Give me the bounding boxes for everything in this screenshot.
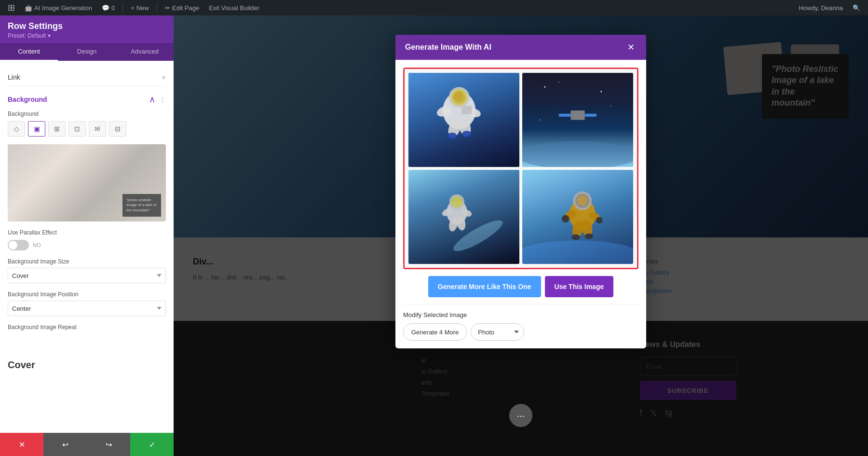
background-preview-image: "photo reslistic image of a lake in the … <box>8 144 166 221</box>
admin-bar-edit-page[interactable]: ✏ Edit Page <box>161 0 203 15</box>
admin-bar-exit-builder[interactable]: Exit Visual Builder <box>205 0 263 15</box>
save-icon: ✓ <box>149 440 155 449</box>
tab-advanced[interactable]: Advanced <box>116 43 174 61</box>
background-dots-icon[interactable]: ⋮ <box>159 96 166 103</box>
link-label: Link <box>8 73 20 81</box>
cancel-button[interactable]: ✕ <box>0 433 43 456</box>
tab-content[interactable]: Content <box>0 43 58 61</box>
svg-point-16 <box>544 86 545 88</box>
svg-point-29 <box>522 240 633 264</box>
ai-icon: 🤖 <box>25 4 32 12</box>
svg-point-19 <box>610 105 611 106</box>
parallax-section: Use Parallax Effect NO <box>8 229 166 250</box>
cancel-icon: ✕ <box>19 440 25 449</box>
image-cell-4[interactable] <box>522 170 633 264</box>
svg-point-41 <box>585 234 594 239</box>
background-preview[interactable]: "photo reslistic image of a lake in the … <box>8 144 166 221</box>
image-grid-wrapper <box>403 68 638 269</box>
use-image-button[interactable]: Use This Image <box>545 276 614 297</box>
modal-actions: Generate More Like This One Use This Ima… <box>403 276 638 297</box>
admin-bar: ⊞ 🤖 AI Image Generation 💬 0 + New ✏ Edit… <box>0 0 868 15</box>
wordpress-logo-icon[interactable]: ⊞ <box>4 2 19 13</box>
separator-2 <box>157 3 157 13</box>
link-section[interactable]: Link ∨ <box>8 69 166 86</box>
parallax-toggle-label: NO <box>33 242 41 248</box>
image-cell-3[interactable] <box>408 170 519 264</box>
generate-more-button[interactable]: Generate More Like This One <box>428 276 541 297</box>
bg-image-repeat-label: Background Image Repeat <box>8 324 166 331</box>
parallax-toggle[interactable] <box>8 240 29 250</box>
svg-point-24 <box>451 196 462 207</box>
bg-type-color[interactable]: ⊞ <box>48 121 66 137</box>
background-section-header: Background ∧ ⋮ <box>8 94 166 105</box>
background-type-buttons: ◇ ▣ ⊞ ⊡ ✉ ⊟ <box>8 121 166 137</box>
modal-body: Generate More Like This One Use This Ima… <box>395 60 646 348</box>
svg-point-4 <box>454 92 463 101</box>
modal-header: Generate Image With AI ✕ <box>395 35 646 60</box>
parallax-label: Use Parallax Effect <box>8 229 166 236</box>
style-select[interactable]: Photo Digital Art Watercolor Oil Paintin… <box>471 323 524 341</box>
sidebar-title: Row Settings <box>8 21 166 31</box>
left-sidebar: Row Settings Preset: Default ▾ Content D… <box>0 15 174 456</box>
admin-bar-comments[interactable]: 💬 0 <box>98 0 119 15</box>
bg-type-video[interactable]: ✉ <box>89 121 106 137</box>
svg-point-20 <box>540 120 541 121</box>
comment-icon: 💬 <box>102 4 109 12</box>
sidebar-header: Row Settings Preset: Default ▾ <box>0 15 174 43</box>
sidebar-tabs: Content Design Advanced <box>0 43 174 61</box>
toggle-row: NO <box>8 240 166 250</box>
svg-point-12 <box>522 141 633 167</box>
undo-icon: ↩ <box>62 440 68 449</box>
admin-bar-search[interactable]: 🔍 <box>849 0 864 15</box>
image-cell-1[interactable] <box>408 73 519 167</box>
svg-point-33 <box>577 195 587 206</box>
bg-image-size-section: Background Image Size Cover Contain Auto <box>8 258 166 283</box>
svg-rect-15 <box>585 114 597 117</box>
modal-close-button[interactable]: ✕ <box>625 41 637 53</box>
svg-point-40 <box>571 235 580 240</box>
admin-bar-ai-image[interactable]: 🤖 AI Image Generation <box>21 0 96 15</box>
bg-image-position-label: Background Image Position <box>8 291 166 298</box>
redo-icon: ↪ <box>106 440 112 449</box>
background-title: Background <box>8 96 47 103</box>
edit-icon: ✏ <box>165 4 170 12</box>
toggle-knob <box>9 241 17 249</box>
separator <box>122 3 123 13</box>
svg-point-36 <box>562 215 570 223</box>
redo-button[interactable]: ↪ <box>87 433 130 456</box>
image-cell-2[interactable] <box>522 73 633 167</box>
bottom-toolbar: ✕ ↩ ↪ ✓ <box>0 433 174 456</box>
search-icon: 🔍 <box>853 4 860 12</box>
bg-image-position-select[interactable]: Center Top Bottom Left Right <box>8 301 166 316</box>
generate-4-more-button[interactable]: Generate 4 More <box>403 323 467 341</box>
svg-point-9 <box>448 133 457 139</box>
floating-action-button[interactable]: ··· <box>509 404 532 427</box>
link-chevron-icon: ∨ <box>162 74 166 81</box>
bg-image-size-label: Background Image Size <box>8 258 166 265</box>
sidebar-preset[interactable]: Preset: Default ▾ <box>8 32 166 39</box>
undo-button[interactable]: ↩ <box>43 433 87 456</box>
plus-icon: + <box>131 4 135 12</box>
bg-type-pattern[interactable]: ⊟ <box>109 121 126 137</box>
admin-bar-new[interactable]: + New <box>127 0 153 15</box>
bg-type-gradient[interactable]: ⊡ <box>68 121 86 137</box>
bg-type-none[interactable]: ◇ <box>8 121 25 137</box>
bg-image-size-select[interactable]: Cover Contain Auto <box>8 268 166 283</box>
background-label: Background <box>8 111 166 117</box>
admin-bar-user[interactable]: Howdy, Deanna <box>795 0 847 15</box>
bg-image-position-section: Background Image Position Center Top Bot… <box>8 291 166 316</box>
background-chevron-icon[interactable]: ∧ <box>149 94 155 105</box>
bg-image-repeat-section: Background Image Repeat <box>8 324 166 331</box>
save-button[interactable]: ✓ <box>130 433 174 456</box>
admin-bar-right: Howdy, Deanna 🔍 <box>795 0 864 15</box>
svg-rect-11 <box>461 106 472 114</box>
svg-point-18 <box>600 91 602 93</box>
svg-point-17 <box>558 82 559 83</box>
svg-rect-13 <box>570 111 584 120</box>
cover-label: Cover <box>8 359 166 371</box>
tab-design[interactable]: Design <box>58 43 116 61</box>
bg-type-image[interactable]: ▣ <box>28 121 45 137</box>
sidebar-content: Link ∨ Background ∧ ⋮ Background ◇ ▣ ⊞ ⊡… <box>0 61 174 456</box>
svg-point-37 <box>596 217 603 224</box>
image-grid <box>408 73 633 264</box>
